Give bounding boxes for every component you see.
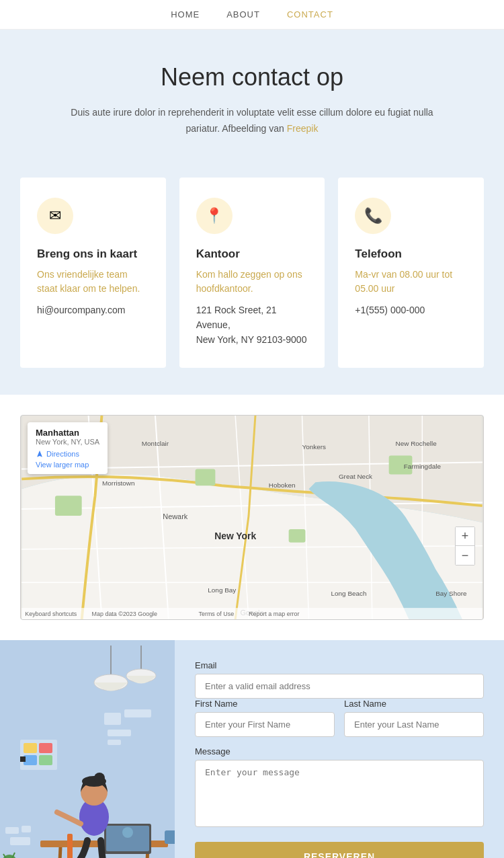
card-email-detail: hi@ourcompany.com (37, 303, 149, 317)
svg-rect-69 (20, 756, 26, 762)
nav-contact[interactable]: CONTACT (287, 9, 333, 20)
svg-point-44 (122, 827, 133, 838)
svg-text:Hoboken: Hoboken (269, 481, 296, 489)
svg-rect-65 (24, 743, 37, 753)
svg-line-40 (59, 847, 60, 858)
svg-rect-62 (108, 730, 131, 736)
svg-rect-60 (104, 713, 121, 725)
map-location-name: Manhattan (36, 428, 99, 438)
svg-text:Newark: Newark (163, 512, 188, 520)
card-email: ✉ Breng ons in kaart Ons vriendelijke te… (20, 178, 166, 368)
map-section: New York Newark Morristown Hoboken Great… (0, 395, 504, 640)
nav-about[interactable]: ABOUT (226, 9, 260, 20)
email-input[interactable] (195, 674, 484, 699)
svg-text:Report a map error: Report a map error (249, 611, 300, 617)
svg-text:New York: New York (214, 531, 256, 541)
card-office-highlight: Kom hallo zeggen op ons hoofdkantoor. (196, 268, 308, 296)
form-illustration (0, 640, 175, 858)
freepik-link[interactable]: Freepik (287, 123, 319, 134)
message-input[interactable] (195, 760, 484, 827)
map-directions[interactable]: Directions (36, 450, 99, 458)
card-phone: 📞 Telefoon Ma-vr van 08.00 uur tot 05.00… (338, 178, 484, 368)
svg-text:Farmingdale: Farmingdale (404, 463, 442, 470)
lastname-input[interactable] (344, 712, 484, 737)
main-nav: HOME ABOUT CONTACT (0, 0, 504, 30)
submit-button[interactable]: RESERVEREN (195, 842, 484, 858)
map-info-overlay: Manhattan New York, NY, USA Directions V… (28, 422, 108, 474)
map-zoom-controls: + − (455, 526, 475, 566)
svg-rect-12 (196, 469, 216, 485)
nav-home[interactable]: HOME (171, 9, 200, 20)
svg-text:New Rochelle: New Rochelle (396, 439, 437, 446)
contact-form-area: Email First Name Last Name Message RESER… (175, 640, 504, 858)
svg-text:Keyboard shortcuts: Keyboard shortcuts (25, 611, 77, 617)
svg-text:Great Neck: Great Neck (339, 473, 372, 480)
svg-text:Bay Shore: Bay Shore (435, 590, 467, 597)
cards-section: ✉ Breng ons in kaart Ons vriendelijke te… (0, 164, 504, 395)
email-icon: ✉ (37, 198, 73, 234)
map-location-sub: New York, NY, USA (36, 438, 99, 446)
map-zoom-in[interactable]: + (456, 527, 474, 546)
card-email-title: Breng ons in kaart (37, 247, 149, 261)
form-section: Email First Name Last Name Message RESER… (0, 640, 504, 858)
svg-rect-74 (10, 837, 30, 845)
name-row: First Name Last Name (195, 699, 484, 737)
map-view-larger[interactable]: View larger map (36, 461, 99, 469)
firstname-label: First Name (195, 699, 335, 709)
svg-text:Montclair: Montclair (142, 439, 169, 446)
message-label: Message (195, 746, 484, 756)
hero-description: Duis aute irure dolor in reprehenderit i… (54, 105, 450, 137)
svg-point-55 (94, 773, 105, 783)
lastname-label: Last Name (344, 699, 484, 709)
map-zoom-out[interactable]: − (456, 546, 474, 565)
card-phone-highlight: Ma-vr van 08.00 uur tot 05.00 uur (355, 268, 467, 296)
card-office-detail: 121 Rock Sreet, 21 Avenue,New York, NY 9… (196, 303, 308, 348)
svg-rect-68 (39, 755, 52, 765)
card-email-highlight: Ons vriendelijke team staat klaar om te … (37, 268, 149, 296)
svg-rect-14 (289, 529, 306, 543)
svg-text:Morristown: Morristown (102, 479, 135, 487)
svg-text:Yonkers: Yonkers (302, 442, 327, 450)
svg-text:Terms of Use: Terms of Use (199, 611, 235, 617)
svg-text:Long Bay: Long Bay (208, 586, 236, 594)
svg-text:Map data ©2023 Google: Map data ©2023 Google (92, 611, 158, 617)
illustration-svg (0, 640, 175, 858)
svg-rect-51 (67, 834, 73, 858)
card-office: 📍 Kantoor Kom hallo zeggen op ons hoofdk… (179, 178, 325, 368)
email-label: Email (195, 660, 484, 670)
svg-rect-66 (39, 743, 52, 753)
map-container[interactable]: New York Newark Morristown Hoboken Great… (20, 415, 484, 620)
phone-icon: 📞 (355, 198, 391, 234)
card-phone-detail: +1(555) 000-000 (355, 303, 467, 317)
svg-rect-63 (108, 740, 121, 745)
firstname-field: First Name (195, 699, 335, 737)
hero-section: Neem contact op Duis aute irure dolor in… (0, 30, 504, 164)
card-phone-title: Telefoon (355, 247, 467, 261)
svg-rect-11 (55, 496, 82, 516)
svg-rect-75 (5, 827, 19, 834)
svg-rect-61 (124, 709, 151, 717)
cards-container: ✉ Breng ons in kaart Ons vriendelijke te… (20, 178, 484, 368)
svg-rect-76 (22, 826, 31, 832)
page-title: Neem contact op (54, 63, 450, 91)
lastname-field: Last Name (344, 699, 484, 737)
svg-text:Long Beach: Long Beach (331, 590, 367, 597)
svg-rect-45 (165, 830, 175, 844)
firstname-input[interactable] (195, 712, 335, 737)
location-icon: 📍 (196, 198, 233, 234)
card-office-title: Kantoor (196, 247, 308, 261)
